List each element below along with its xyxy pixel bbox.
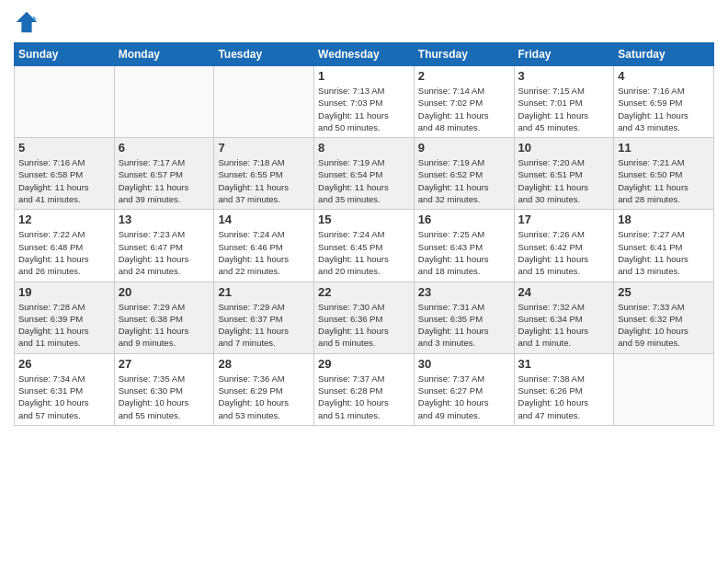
page: SundayMondayTuesdayWednesdayThursdayFrid… xyxy=(0,0,728,440)
day-info: Sunrise: 7:27 AM Sunset: 6:41 PM Dayligh… xyxy=(618,228,710,277)
day-cell: 12Sunrise: 7:22 AM Sunset: 6:48 PM Dayli… xyxy=(15,210,115,282)
weekday-header-monday: Monday xyxy=(114,43,214,66)
day-number: 3 xyxy=(518,69,610,83)
day-cell: 25Sunrise: 7:33 AM Sunset: 6:32 PM Dayli… xyxy=(614,282,714,353)
day-cell: 7Sunrise: 7:18 AM Sunset: 6:55 PM Daylig… xyxy=(214,138,314,210)
header xyxy=(14,9,714,35)
day-cell: 4Sunrise: 7:16 AM Sunset: 6:59 PM Daylig… xyxy=(614,66,714,138)
day-info: Sunrise: 7:14 AM Sunset: 7:02 PM Dayligh… xyxy=(418,85,510,133)
day-cell: 21Sunrise: 7:29 AM Sunset: 6:37 PM Dayli… xyxy=(214,282,314,353)
day-number: 6 xyxy=(119,141,210,155)
day-cell: 16Sunrise: 7:25 AM Sunset: 6:43 PM Dayli… xyxy=(414,210,514,282)
day-number: 14 xyxy=(218,213,310,226)
day-cell: 1Sunrise: 7:13 AM Sunset: 7:03 PM Daylig… xyxy=(314,66,415,138)
week-row-1: 1Sunrise: 7:13 AM Sunset: 7:03 PM Daylig… xyxy=(15,66,714,138)
day-number: 28 xyxy=(218,357,310,371)
day-cell: 18Sunrise: 7:27 AM Sunset: 6:41 PM Dayli… xyxy=(614,210,714,282)
day-cell: 2Sunrise: 7:14 AM Sunset: 7:02 PM Daylig… xyxy=(414,66,514,138)
weekday-header-saturday: Saturday xyxy=(614,43,714,66)
day-number: 10 xyxy=(518,141,610,155)
day-info: Sunrise: 7:15 AM Sunset: 7:01 PM Dayligh… xyxy=(518,85,610,133)
weekday-header-sunday: Sunday xyxy=(15,43,115,66)
day-number: 11 xyxy=(618,141,710,155)
day-cell: 24Sunrise: 7:32 AM Sunset: 6:34 PM Dayli… xyxy=(514,282,614,353)
day-info: Sunrise: 7:16 AM Sunset: 6:59 PM Dayligh… xyxy=(618,85,710,133)
day-number: 24 xyxy=(518,285,610,299)
day-number: 16 xyxy=(418,213,510,226)
day-number: 23 xyxy=(418,285,510,299)
day-cell: 11Sunrise: 7:21 AM Sunset: 6:50 PM Dayli… xyxy=(614,138,714,210)
day-cell: 19Sunrise: 7:28 AM Sunset: 6:39 PM Dayli… xyxy=(15,282,115,353)
day-cell: 5Sunrise: 7:16 AM Sunset: 6:58 PM Daylig… xyxy=(15,138,115,210)
day-number: 8 xyxy=(318,141,410,155)
day-info: Sunrise: 7:17 AM Sunset: 6:57 PM Dayligh… xyxy=(119,156,210,205)
day-number: 1 xyxy=(318,69,410,83)
day-info: Sunrise: 7:37 AM Sunset: 6:28 PM Dayligh… xyxy=(318,373,410,421)
day-cell xyxy=(214,66,314,138)
day-info: Sunrise: 7:34 AM Sunset: 6:31 PM Dayligh… xyxy=(18,373,110,421)
weekday-header-thursday: Thursday xyxy=(414,43,514,66)
day-info: Sunrise: 7:25 AM Sunset: 6:43 PM Dayligh… xyxy=(418,228,510,277)
day-number: 27 xyxy=(119,357,210,371)
day-info: Sunrise: 7:20 AM Sunset: 6:51 PM Dayligh… xyxy=(518,156,610,205)
day-number: 13 xyxy=(119,213,210,226)
day-number: 5 xyxy=(18,141,110,155)
day-cell: 27Sunrise: 7:35 AM Sunset: 6:30 PM Dayli… xyxy=(114,353,214,425)
day-cell: 6Sunrise: 7:17 AM Sunset: 6:57 PM Daylig… xyxy=(114,138,214,210)
day-cell: 10Sunrise: 7:20 AM Sunset: 6:51 PM Dayli… xyxy=(514,138,614,210)
week-row-5: 26Sunrise: 7:34 AM Sunset: 6:31 PM Dayli… xyxy=(15,353,714,425)
day-number: 26 xyxy=(18,357,110,371)
day-info: Sunrise: 7:37 AM Sunset: 6:27 PM Dayligh… xyxy=(418,373,510,421)
day-number: 9 xyxy=(418,141,510,155)
day-number: 30 xyxy=(418,357,510,371)
day-info: Sunrise: 7:28 AM Sunset: 6:39 PM Dayligh… xyxy=(18,301,110,350)
svg-marker-0 xyxy=(17,12,37,32)
day-cell: 22Sunrise: 7:30 AM Sunset: 6:36 PM Dayli… xyxy=(314,282,415,353)
day-cell: 28Sunrise: 7:36 AM Sunset: 6:29 PM Dayli… xyxy=(214,353,314,425)
day-number: 29 xyxy=(318,357,410,371)
day-number: 15 xyxy=(318,213,410,226)
day-cell: 8Sunrise: 7:19 AM Sunset: 6:54 PM Daylig… xyxy=(314,138,415,210)
day-info: Sunrise: 7:32 AM Sunset: 6:34 PM Dayligh… xyxy=(518,301,610,350)
day-cell: 14Sunrise: 7:24 AM Sunset: 6:46 PM Dayli… xyxy=(214,210,314,282)
day-cell: 31Sunrise: 7:38 AM Sunset: 6:26 PM Dayli… xyxy=(514,353,614,425)
day-info: Sunrise: 7:35 AM Sunset: 6:30 PM Dayligh… xyxy=(119,373,210,421)
day-number: 19 xyxy=(18,285,110,299)
logo-icon xyxy=(14,9,40,35)
day-cell: 9Sunrise: 7:19 AM Sunset: 6:52 PM Daylig… xyxy=(414,138,514,210)
day-info: Sunrise: 7:16 AM Sunset: 6:58 PM Dayligh… xyxy=(18,156,110,205)
day-number: 18 xyxy=(618,213,710,226)
day-number: 22 xyxy=(318,285,410,299)
day-info: Sunrise: 7:24 AM Sunset: 6:46 PM Dayligh… xyxy=(218,228,310,277)
calendar: SundayMondayTuesdayWednesdayThursdayFrid… xyxy=(14,42,714,426)
day-info: Sunrise: 7:29 AM Sunset: 6:37 PM Dayligh… xyxy=(218,301,310,350)
day-info: Sunrise: 7:36 AM Sunset: 6:29 PM Dayligh… xyxy=(218,373,310,421)
day-cell xyxy=(114,66,214,138)
day-number: 25 xyxy=(618,285,710,299)
week-row-2: 5Sunrise: 7:16 AM Sunset: 6:58 PM Daylig… xyxy=(15,138,714,210)
weekday-header-wednesday: Wednesday xyxy=(314,43,415,66)
day-cell: 15Sunrise: 7:24 AM Sunset: 6:45 PM Dayli… xyxy=(314,210,415,282)
logo xyxy=(14,9,43,35)
day-number: 20 xyxy=(119,285,210,299)
day-info: Sunrise: 7:18 AM Sunset: 6:55 PM Dayligh… xyxy=(218,156,310,205)
day-info: Sunrise: 7:30 AM Sunset: 6:36 PM Dayligh… xyxy=(318,301,410,350)
day-info: Sunrise: 7:24 AM Sunset: 6:45 PM Dayligh… xyxy=(318,228,410,277)
day-number: 12 xyxy=(18,213,110,226)
day-cell: 13Sunrise: 7:23 AM Sunset: 6:47 PM Dayli… xyxy=(114,210,214,282)
day-cell: 29Sunrise: 7:37 AM Sunset: 6:28 PM Dayli… xyxy=(314,353,415,425)
day-info: Sunrise: 7:26 AM Sunset: 6:42 PM Dayligh… xyxy=(518,228,610,277)
day-info: Sunrise: 7:33 AM Sunset: 6:32 PM Dayligh… xyxy=(618,301,710,350)
day-number: 7 xyxy=(218,141,310,155)
day-number: 17 xyxy=(518,213,610,226)
day-info: Sunrise: 7:38 AM Sunset: 6:26 PM Dayligh… xyxy=(518,373,610,421)
day-info: Sunrise: 7:31 AM Sunset: 6:35 PM Dayligh… xyxy=(418,301,510,350)
day-cell: 20Sunrise: 7:29 AM Sunset: 6:38 PM Dayli… xyxy=(114,282,214,353)
day-info: Sunrise: 7:21 AM Sunset: 6:50 PM Dayligh… xyxy=(618,156,710,205)
weekday-header-friday: Friday xyxy=(514,43,614,66)
week-row-3: 12Sunrise: 7:22 AM Sunset: 6:48 PM Dayli… xyxy=(15,210,714,282)
day-info: Sunrise: 7:23 AM Sunset: 6:47 PM Dayligh… xyxy=(119,228,210,277)
day-number: 31 xyxy=(518,357,610,371)
day-number: 21 xyxy=(218,285,310,299)
day-cell: 3Sunrise: 7:15 AM Sunset: 7:01 PM Daylig… xyxy=(514,66,614,138)
